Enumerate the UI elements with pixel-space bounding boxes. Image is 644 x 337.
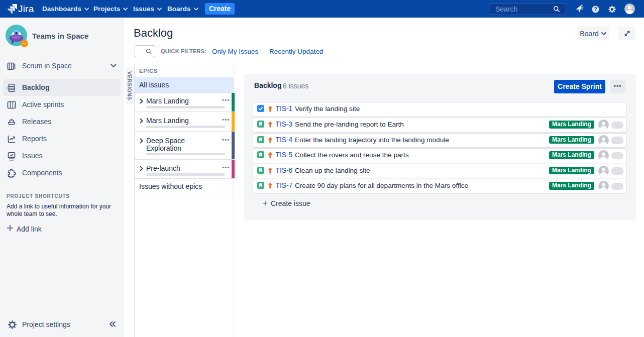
svg-text:<>: <> — [22, 41, 27, 46]
svg-text:?: ? — [594, 7, 597, 12]
